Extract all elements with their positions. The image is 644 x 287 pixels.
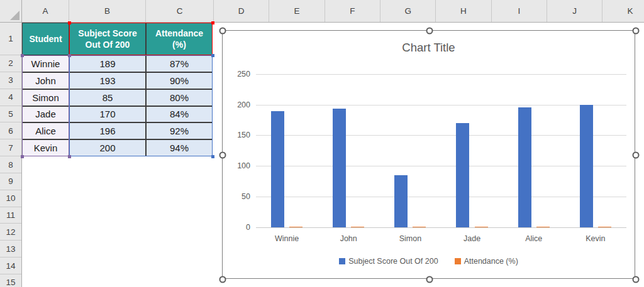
- bar-subject-score-out-of-200-alice[interactable]: [518, 107, 531, 227]
- chart-resize-handle[interactable]: [219, 152, 226, 159]
- bar-chart[interactable]: Chart Title 050100150200250WinnieJohnSim…: [222, 30, 635, 279]
- column-header-c[interactable]: C: [146, 0, 214, 22]
- column-header-b[interactable]: B: [69, 0, 146, 22]
- table-cell[interactable]: Winnie: [22, 55, 69, 72]
- legend-label: Attendance (%): [464, 257, 518, 266]
- y-axis-tick-label[interactable]: 250: [223, 70, 250, 79]
- chart-legend[interactable]: Subject Score Out Of 200Attendance (%): [223, 257, 635, 266]
- table-cell[interactable]: John: [22, 72, 69, 89]
- row-header-11[interactable]: 11: [0, 207, 21, 224]
- chart-resize-handle[interactable]: [633, 276, 640, 283]
- row-header-2[interactable]: 2: [0, 55, 21, 72]
- bar-subject-score-out-of-200-jade[interactable]: [456, 123, 469, 227]
- chart-resize-handle[interactable]: [219, 276, 226, 283]
- row-header-1[interactable]: 1: [0, 23, 21, 55]
- table-cell[interactable]: 200: [69, 139, 146, 156]
- bar-attendance-alice[interactable]: [536, 227, 550, 227]
- table-header-cell[interactable]: Student: [22, 23, 69, 55]
- table-cell[interactable]: Simon: [22, 89, 69, 106]
- table-cell[interactable]: 84%: [146, 106, 213, 123]
- row-header-3[interactable]: 3: [0, 72, 21, 89]
- row-header-9[interactable]: 9: [0, 173, 21, 190]
- bar-attendance-jade[interactable]: [475, 227, 488, 227]
- column-header-d[interactable]: D: [214, 0, 269, 22]
- table-cell[interactable]: 193: [69, 72, 146, 89]
- table-cell[interactable]: 87%: [146, 55, 213, 72]
- gridline: [256, 105, 626, 106]
- table-cell[interactable]: 170: [69, 106, 146, 123]
- row-header-5[interactable]: 5: [0, 106, 21, 123]
- table-header-cell[interactable]: Attendance (%): [146, 23, 213, 55]
- row-header-6[interactable]: 6: [0, 122, 21, 139]
- gridline: [256, 166, 626, 166]
- bar-attendance-john[interactable]: [351, 227, 364, 227]
- column-header-strip: ABCDEFGHIJK: [0, 0, 644, 23]
- y-axis-tick-label[interactable]: 100: [223, 161, 250, 170]
- column-header-k[interactable]: K: [602, 0, 644, 22]
- x-axis-category-label[interactable]: Winnie: [256, 234, 318, 243]
- legend-item[interactable]: Attendance (%): [455, 257, 518, 266]
- table-cell[interactable]: 92%: [146, 122, 213, 139]
- legend-label: Subject Score Out Of 200: [348, 257, 438, 266]
- table-cell[interactable]: Jade: [22, 106, 69, 123]
- row-header-12[interactable]: 12: [0, 224, 21, 241]
- row-header-14[interactable]: 14: [0, 257, 21, 274]
- gridline: [256, 135, 626, 136]
- y-axis-tick-label[interactable]: 150: [223, 131, 250, 139]
- chart-resize-handle[interactable]: [633, 28, 640, 35]
- chart-resize-handle[interactable]: [426, 276, 433, 283]
- x-axis-line: [256, 227, 626, 228]
- table-header-cell[interactable]: Subject Score Out Of 200: [69, 23, 146, 55]
- gridline: [256, 197, 626, 197]
- x-axis-category-label[interactable]: Jade: [441, 234, 503, 243]
- row-header-15[interactable]: 15: [0, 274, 21, 287]
- column-header-h[interactable]: H: [436, 0, 491, 22]
- row-header-10[interactable]: 10: [0, 190, 21, 207]
- column-header-e[interactable]: E: [269, 0, 325, 22]
- table-cell[interactable]: 85: [69, 89, 146, 106]
- column-header-j[interactable]: J: [547, 0, 602, 22]
- chart-resize-handle[interactable]: [426, 28, 433, 35]
- column-header-a[interactable]: A: [22, 0, 69, 22]
- table-cell[interactable]: Alice: [22, 122, 69, 139]
- legend-swatch-icon: [455, 258, 461, 264]
- table-cell[interactable]: Kevin: [22, 139, 69, 156]
- x-axis-category-label[interactable]: Simon: [379, 234, 441, 243]
- x-axis-category-label[interactable]: Kevin: [565, 234, 626, 243]
- row-header-8[interactable]: 8: [0, 156, 21, 173]
- table-cell[interactable]: 189: [69, 55, 146, 72]
- y-axis-tick-label[interactable]: 0: [223, 223, 250, 232]
- select-all-triangle-icon: [10, 11, 19, 20]
- row-header-13[interactable]: 13: [0, 241, 21, 257]
- bar-subject-score-out-of-200-simon[interactable]: [394, 175, 408, 227]
- bar-attendance-simon[interactable]: [413, 227, 426, 227]
- bar-subject-score-out-of-200-kevin[interactable]: [580, 105, 593, 227]
- row-header-4[interactable]: 4: [0, 89, 21, 106]
- bar-attendance-winnie[interactable]: [289, 227, 303, 227]
- table-cell[interactable]: 196: [69, 122, 146, 139]
- chart-resize-handle[interactable]: [219, 28, 226, 35]
- row-header-7[interactable]: 7: [0, 139, 21, 156]
- x-axis-category-label[interactable]: Alice: [503, 234, 565, 243]
- table-cell[interactable]: 80%: [146, 89, 213, 106]
- x-axis-category-label[interactable]: John: [318, 234, 379, 243]
- legend-swatch-icon: [339, 258, 345, 264]
- bar-subject-score-out-of-200-winnie[interactable]: [271, 111, 284, 227]
- legend-item[interactable]: Subject Score Out Of 200: [339, 257, 438, 266]
- bar-attendance-kevin[interactable]: [598, 227, 611, 227]
- column-header-i[interactable]: I: [492, 0, 547, 22]
- table-cell[interactable]: 90%: [146, 72, 213, 89]
- column-header-f[interactable]: F: [325, 0, 380, 22]
- chart-title[interactable]: Chart Title: [223, 41, 635, 55]
- table-cell[interactable]: 94%: [146, 139, 213, 156]
- row-header-strip: 123456789101112131415: [0, 23, 22, 287]
- select-all-corner[interactable]: [0, 0, 22, 22]
- gridline: [256, 74, 626, 75]
- bar-subject-score-out-of-200-john[interactable]: [333, 109, 346, 227]
- y-axis-tick-label[interactable]: 50: [223, 192, 250, 201]
- chart-resize-handle[interactable]: [633, 152, 640, 159]
- column-header-g[interactable]: G: [380, 0, 436, 22]
- y-axis-tick-label[interactable]: 200: [223, 100, 250, 109]
- excel-worksheet: ABCDEFGHIJK 123456789101112131415 Studen…: [0, 0, 644, 287]
